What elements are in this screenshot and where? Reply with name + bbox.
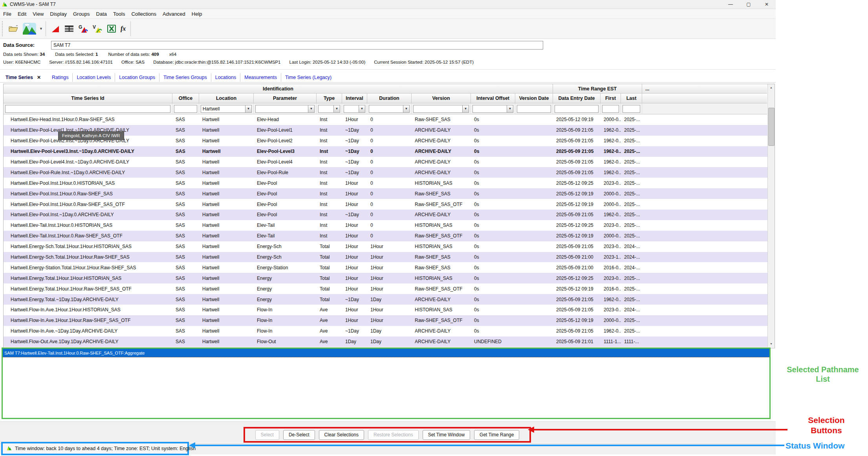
table-row[interactable]: Hartwell.Elev-Tail.Inst.1Hour.0.Raw-SHEF…	[4, 231, 775, 241]
column-header-type[interactable]: Type	[317, 94, 342, 103]
scroll-down-icon[interactable]: ▼	[768, 340, 775, 347]
filter-version-date-input[interactable]	[517, 105, 551, 113]
chevron-down-icon[interactable]: ▼	[462, 105, 469, 113]
chevron-down-icon[interactable]: ▼	[333, 105, 340, 113]
tab-close-icon[interactable]: ✕	[37, 75, 41, 80]
selected-pathname-item[interactable]: SAM T7:Hartwell.Elev-Tail.Inst.1Hour.0.R…	[3, 349, 769, 357]
minimize-button[interactable]: —	[722, 0, 740, 9]
filter-data-entry-date-input[interactable]	[555, 105, 599, 113]
data-source-label: Data Source:	[3, 42, 35, 48]
dropdown-caret-icon[interactable]: ▼	[39, 27, 43, 31]
tab-locations[interactable]: Locations	[211, 73, 241, 82]
selected-pathname-list[interactable]: SAM T7:Hartwell.Elev-Tail.Inst.1Hour.0.R…	[2, 348, 771, 419]
cell: 2025-...	[621, 202, 642, 207]
tab-time-series-active[interactable]: Time Series✕	[2, 73, 45, 82]
menu-file[interactable]: File	[0, 10, 15, 18]
table-row[interactable]: Hartwell.Flow-In.Ave.~1Day.1Day.ARCHIVE-…	[4, 326, 775, 336]
tabulate-icon[interactable]	[62, 21, 76, 37]
menu-data[interactable]: Data	[93, 10, 110, 18]
data-source-field[interactable]: SAM T7	[51, 41, 543, 50]
menu-tools[interactable]: Tools	[110, 10, 128, 18]
column-header-version-date[interactable]: Version Date	[515, 94, 553, 103]
scrollbar-thumb[interactable]	[768, 108, 775, 146]
menu-edit[interactable]: Edit	[15, 10, 29, 18]
filter-parameter-combobox[interactable]: ▼	[255, 105, 315, 113]
menu-display[interactable]: Display	[47, 10, 70, 18]
table-row[interactable]: Hartwell.Elev-Pool.Inst.~1Day.0.ARCHIVE-…	[4, 210, 775, 220]
maximize-button[interactable]: ▢	[740, 0, 758, 9]
tab-location-groups[interactable]: Location Groups	[115, 73, 159, 82]
table-row[interactable]: Hartwell.Flow-In.Ave.1Hour.1Hour.Raw-SHE…	[4, 315, 775, 326]
tab-ratings[interactable]: Ratings	[48, 73, 73, 82]
excel-export-icon[interactable]	[104, 21, 119, 37]
menu-help[interactable]: Help	[189, 10, 205, 18]
v-plot-icon[interactable]: V	[90, 21, 104, 37]
column-header-first[interactable]: First	[601, 94, 621, 103]
get-time-range-button[interactable]: Get Time Range	[474, 430, 519, 440]
filter-office-input[interactable]	[174, 105, 197, 113]
filter-duration-combobox[interactable]: ▼	[369, 105, 410, 113]
column-header-time-series-id[interactable]: Time Series Id	[4, 94, 172, 103]
table-row[interactable]: Hartwell.Elev-Pool-Rule.Inst.~1Day.0.ARC…	[4, 167, 775, 178]
column-header-location[interactable]: Location	[199, 94, 254, 103]
filter-first-input[interactable]	[602, 105, 619, 113]
menu-view[interactable]: View	[29, 10, 47, 18]
filter-location-combobox[interactable]: Hartwell▼	[201, 105, 252, 113]
table-row[interactable]: Hartwell.Elev-Pool-Level4.Inst.~1Day.0.A…	[4, 157, 775, 167]
column-header-version[interactable]: Version	[412, 94, 471, 103]
table-row[interactable]: Hartwell.Energy-Sch.Total.1Hour.1Hour.HI…	[4, 241, 775, 252]
set-time-window-button[interactable]: Set Time Window	[423, 430, 470, 440]
table-row[interactable]: Hartwell.Energy.Total.~1Day.1Day.ARCHIVE…	[4, 294, 775, 305]
menu-groups[interactable]: Groups	[70, 10, 93, 18]
chevron-down-icon[interactable]: ▼	[308, 105, 315, 113]
table-row[interactable]: Hartwell.Energy-Station.Total.1Hour.1Hou…	[4, 262, 775, 273]
table-row[interactable]: Hartwell.Energy-Sch.Total.1Hour.1Hour.Ra…	[4, 252, 775, 263]
table-row[interactable]: Hartwell.Elev-Pool-Level3.Inst.~1Day.0.A…	[4, 146, 775, 157]
filter-type-combobox[interactable]: ▼	[318, 105, 340, 113]
table-row[interactable]: Hartwell.Elev-Pool.Inst.1Hour.0.HISTORIA…	[4, 178, 775, 188]
column-header-parameter[interactable]: Parameter	[254, 94, 317, 103]
table-row[interactable]: Hartwell.Flow-Out.Ave.1Day.1Day.ARCHIVE-…	[4, 336, 775, 347]
table-row[interactable]: Hartwell.Elev-Pool.Inst.1Hour.0.Raw-SHEF…	[4, 199, 775, 210]
table-row[interactable]: Hartwell.Energy.Total.1Hour.1Hour.HISTOR…	[4, 273, 775, 283]
cell: 1962-0...	[601, 297, 621, 302]
chevron-down-icon[interactable]: ▼	[245, 105, 252, 113]
scroll-up-icon[interactable]: ▲	[768, 84, 775, 91]
column-header-interval-offset[interactable]: Interval Offset	[471, 94, 515, 103]
tab-time-series-legacy-[interactable]: Time Series (Legacy)	[281, 73, 335, 82]
de-select-button[interactable]: De-Select	[283, 430, 315, 440]
table-row[interactable]: Hartwell.Elev-Tail.Inst.1Hour.0.HISTORIA…	[4, 220, 775, 231]
column-header-last[interactable]: Last	[621, 94, 642, 103]
tab-location-levels[interactable]: Location Levels	[73, 73, 115, 82]
menu-collections[interactable]: Collections	[128, 10, 159, 18]
table-row[interactable]: Hartwell.Flow-In.Ave.1Hour.1Hour.HISTORI…	[4, 305, 775, 315]
map-scene-icon[interactable]	[20, 21, 38, 37]
column-header-duration[interactable]: Duration	[367, 94, 412, 103]
filter-time-series-id-input[interactable]	[5, 105, 170, 113]
filter-interval-combobox[interactable]: ▼	[344, 105, 365, 113]
tab-time-series-groups[interactable]: Time Series Groups	[159, 73, 211, 82]
column-header-data-entry-date[interactable]: Data Entry Date	[553, 94, 601, 103]
chevron-down-icon[interactable]: ▼	[359, 105, 365, 113]
chevron-down-icon[interactable]: ▼	[507, 105, 513, 113]
table-options-button[interactable]: ...	[642, 84, 767, 94]
status-window-label: Status Window	[786, 441, 868, 450]
clear-selections-button[interactable]: Clear Selections	[319, 430, 364, 440]
table-row[interactable]: Hartwell.Energy.Total.1Hour.1Hour.Raw-SH…	[4, 283, 775, 294]
tab-measurements[interactable]: Measurements	[240, 73, 281, 82]
table-row[interactable]: Hartwell.Elev-Head.Inst.1Hour.0.Raw-SHEF…	[4, 114, 775, 125]
menu-advanced[interactable]: Advanced	[159, 10, 189, 18]
plot-ramp-icon[interactable]	[49, 21, 62, 37]
filter-interval-offset-combobox[interactable]: ▼	[472, 105, 513, 113]
g-plot-icon[interactable]: G	[76, 21, 90, 37]
vertical-scrollbar[interactable]: ▲ ▼	[767, 84, 775, 347]
close-button[interactable]: ✕	[758, 0, 776, 9]
column-header-interval[interactable]: Interval	[342, 94, 367, 103]
filter-last-input[interactable]	[623, 105, 640, 113]
table-row[interactable]: Hartwell.Elev-Pool.Inst.1Hour.0.Raw-SHEF…	[4, 188, 775, 199]
function-icon[interactable]: fx	[119, 21, 128, 37]
chevron-down-icon[interactable]: ▼	[403, 105, 410, 113]
column-header-office[interactable]: Office	[172, 94, 199, 103]
filter-version-combobox[interactable]: ▼	[413, 105, 469, 113]
open-folder-icon[interactable]	[6, 21, 20, 37]
